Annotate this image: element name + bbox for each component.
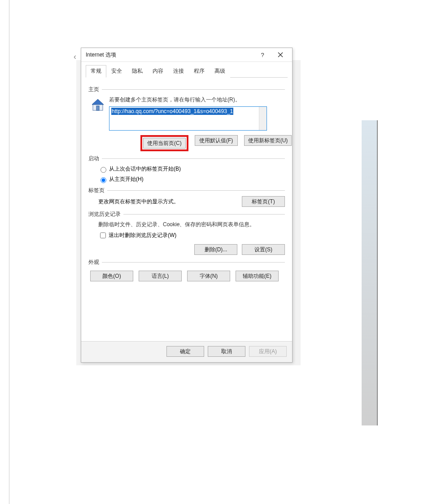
cancel-button[interactable]: 取消 [208, 346, 245, 357]
help-button[interactable]: ? [254, 48, 271, 61]
tab-general[interactable]: 常规 [86, 65, 106, 78]
dialog-titlebar[interactable]: Internet 选项 ? [81, 48, 292, 62]
section-startup: 启动 [88, 155, 285, 162]
tab-content[interactable]: 内容 [148, 65, 168, 78]
tab-programs[interactable]: 程序 [189, 65, 210, 78]
section-appearance: 外观 [88, 259, 285, 266]
section-homepage-label: 主页 [88, 86, 99, 93]
section-homepage: 主页 [88, 86, 285, 93]
startup-homepage-label: 从主页开始(H) [109, 175, 144, 183]
homepage-url-textarea[interactable]: http://hao.qq.com/?unc=o400493_1&s=o4004… [109, 106, 267, 131]
highlight-annotation: 使用当前页(C) [140, 135, 188, 151]
close-icon [278, 52, 283, 57]
use-new-tab-button[interactable]: 使用新标签页(U) [244, 135, 292, 146]
section-tabs-label: 标签页 [88, 187, 105, 194]
delete-on-exit-checkbox[interactable]: 退出时删除浏览历史记录(W) [98, 231, 285, 240]
use-current-page-button[interactable]: 使用当前页(C) [143, 138, 186, 149]
internet-options-dialog: Internet 选项 ? 常规 安全 隐私 内容 连接 程序 高级 主页 [81, 48, 293, 363]
history-description: 删除临时文件、历史记录、Cookie、保存的密码和网页表单信息。 [98, 221, 285, 228]
textarea-scrollbar[interactable] [259, 107, 267, 130]
apply-button[interactable]: 应用(A) [249, 346, 287, 357]
colors-button[interactable]: 颜色(O) [90, 271, 133, 281]
section-history-label: 浏览历史记录 [88, 210, 121, 218]
accessibility-button[interactable]: 辅助功能(E) [236, 271, 279, 281]
tab-advanced[interactable]: 高级 [210, 65, 230, 78]
use-default-button[interactable]: 使用默认值(F) [195, 135, 238, 146]
section-history: 浏览历史记录 [88, 210, 285, 218]
startup-homepage-input[interactable] [101, 177, 106, 183]
startup-last-session-radio[interactable]: 从上次会话中的标签页开始(B) [98, 165, 285, 173]
homepage-instruction: 若要创建多个主页标签页，请在每行输入一个地址(R)。 [109, 96, 292, 104]
svg-rect-4 [96, 106, 99, 110]
startup-homepage-radio[interactable]: 从主页开始(H) [98, 175, 285, 183]
tab-privacy[interactable]: 隐私 [127, 65, 148, 78]
page-left-edge [0, 0, 9, 504]
ok-button[interactable]: 确定 [166, 346, 204, 357]
tab-strip: 常规 安全 隐私 内容 连接 程序 高级 [86, 65, 288, 78]
section-appearance-label: 外观 [88, 259, 99, 266]
tabs-description: 更改网页在标签页中的显示方式。 [98, 198, 242, 206]
tab-security[interactable]: 安全 [106, 65, 127, 78]
startup-last-session-label: 从上次会话中的标签页开始(B) [109, 165, 181, 173]
dialog-content: 主页 若要创建多个主页标签页，请在每行输入一个地址(R)。 http://hao… [81, 78, 292, 341]
delete-on-exit-label: 退出时删除浏览历史记录(W) [109, 232, 176, 239]
history-settings-button[interactable]: 设置(S) [242, 244, 285, 255]
dialog-footer: 确定 取消 应用(A) [81, 341, 292, 362]
fonts-button[interactable]: 字体(N) [187, 271, 230, 281]
section-startup-label: 启动 [88, 155, 99, 162]
languages-button[interactable]: 语言(L) [139, 271, 182, 281]
dialog-title: Internet 选项 [86, 51, 116, 59]
svg-marker-3 [92, 99, 104, 105]
tab-connections[interactable]: 连接 [168, 65, 189, 78]
delete-history-button[interactable]: 删除(D)... [194, 244, 237, 255]
homepage-url-value: http://hao.qq.com/?unc=o400493_1&s=o4004… [111, 108, 233, 115]
section-tabs: 标签页 [88, 187, 285, 194]
background-stripe [362, 120, 378, 425]
startup-last-session-input[interactable] [101, 167, 106, 173]
close-button[interactable] [271, 48, 289, 61]
home-icon [90, 97, 105, 112]
tabs-settings-button[interactable]: 标签页(T) [242, 196, 285, 207]
delete-on-exit-input[interactable] [100, 232, 106, 238]
